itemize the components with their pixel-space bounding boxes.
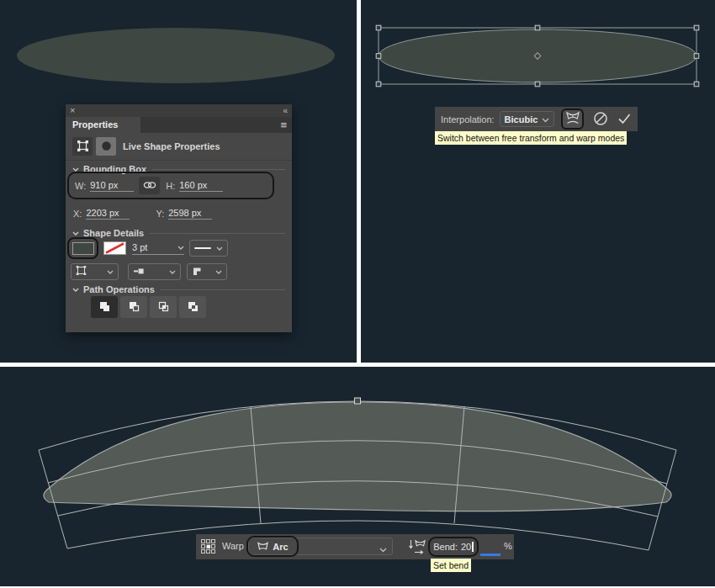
bend-field-focus-underline	[480, 554, 500, 556]
path-operations-row	[91, 296, 206, 318]
chevron-down-icon	[542, 114, 549, 124]
height-field[interactable]: 160 px	[179, 180, 223, 192]
toggle-warp-mode-button[interactable]	[561, 109, 584, 130]
transform-icon	[77, 140, 89, 154]
percent-label: %	[504, 541, 512, 551]
stroke-caps-dropdown[interactable]	[128, 263, 181, 280]
warp-orientation-button[interactable]	[408, 538, 427, 557]
exclude-overlapping-shapes-icon	[187, 300, 199, 315]
panel-menu-icon[interactable]: ≡	[280, 117, 287, 133]
intersect-shape-areas-button[interactable]	[150, 296, 177, 318]
panel-divider	[66, 160, 292, 161]
reference-point-locator[interactable]	[201, 539, 215, 555]
section-rule	[152, 169, 285, 170]
stroke-align-dropdown[interactable]	[71, 263, 119, 280]
reference-grid-icon	[201, 539, 215, 555]
text-cursor	[472, 542, 474, 552]
combine-shapes-icon	[98, 300, 111, 315]
exclude-overlapping-shapes-button[interactable]	[179, 296, 206, 318]
properties-panel: × « Properties ≡	[66, 104, 292, 332]
bend-label: Bend:	[433, 542, 458, 552]
x-label: X:	[73, 209, 82, 219]
warp-mode-icon	[564, 111, 582, 128]
chain-link-icon	[143, 180, 156, 192]
combine-shapes-button[interactable]	[91, 296, 118, 318]
y-field[interactable]: 2598 px	[168, 208, 212, 220]
stroke-style-dropdown[interactable]	[189, 240, 228, 257]
panel-header-title: Live Shape Properties	[123, 137, 220, 156]
x-field[interactable]: 2203 px	[86, 208, 130, 220]
chevron-down-icon	[72, 284, 79, 294]
interpolation-value: Bicubic	[505, 114, 538, 124]
width-label: W:	[75, 181, 86, 191]
chevron-down-icon	[107, 267, 114, 277]
stroke-align-icon	[76, 266, 87, 278]
height-label: H:	[166, 181, 175, 191]
vertical-divider	[357, 0, 361, 363]
stroke-color-swatch[interactable]	[103, 241, 126, 255]
stroke-width-field[interactable]: 3 pt	[132, 241, 184, 255]
warp-style-value: Arc	[273, 542, 288, 552]
panel-titlebar: × «	[66, 104, 292, 117]
commit-transform-button[interactable]	[617, 112, 632, 127]
warp-style-dropdown[interactable]: Arc	[248, 538, 393, 555]
collapse-icon[interactable]: «	[283, 104, 287, 117]
filled-circle-icon	[101, 140, 112, 153]
fill-color-swatch[interactable]	[72, 242, 94, 255]
warp-top-handle[interactable]	[355, 398, 361, 404]
section-shape-details[interactable]: Shape Details	[72, 227, 285, 239]
warp-mode-tooltip: Switch between free transform and warp m…	[435, 131, 627, 145]
bend-field[interactable]: Bend: 20	[428, 537, 479, 557]
chevron-down-icon	[215, 267, 222, 277]
section-label: Path Operations	[83, 284, 155, 294]
set-bend-tooltip: Set bend	[431, 559, 471, 572]
panel-tab-row: Properties ≡	[66, 117, 292, 133]
transform-properties-button[interactable]	[72, 137, 93, 156]
warp-orientation-icon	[408, 538, 427, 557]
width-field[interactable]: 910 px	[90, 180, 134, 192]
section-rule	[161, 289, 285, 290]
stroke-width-value: 3 pt	[132, 242, 147, 252]
solid-line-icon	[194, 247, 211, 249]
arc-warp-icon	[257, 541, 269, 553]
section-rule	[150, 233, 285, 234]
transform-options-bar: Interpolation: Bicubic	[435, 107, 638, 131]
subtract-front-shape-button[interactable]	[120, 296, 147, 318]
ellipse-shape-selected[interactable]	[379, 29, 696, 82]
chevron-down-icon	[379, 544, 387, 554]
no-stroke-slash-icon	[104, 246, 125, 256]
panel-body: Live Shape Properties Bounding Box W: 91…	[66, 133, 292, 332]
warp-options-bar: Warp Arc	[196, 534, 514, 559]
stroke-caps-icon	[133, 267, 144, 278]
link-dimensions-button[interactable]	[139, 177, 160, 194]
photoshop-tutorial-screenshot: × « Properties ≡	[0, 0, 715, 588]
close-icon[interactable]: ×	[70, 104, 75, 117]
chevron-down-icon	[216, 243, 223, 253]
ellipse-shape[interactable]	[17, 28, 335, 83]
chevron-down-icon	[177, 242, 184, 252]
stroke-corners-dropdown[interactable]	[187, 263, 227, 280]
shape-properties-button[interactable]	[96, 137, 116, 156]
interpolation-dropdown[interactable]: Bicubic	[500, 111, 555, 127]
warped-ellipse-shape[interactable]	[44, 402, 671, 511]
stroke-corners-icon	[192, 267, 202, 278]
warp-label: Warp	[222, 541, 244, 551]
cancel-transform-button[interactable]	[593, 111, 608, 128]
width-height-annotation-ring: W: 910 px H: 160 px	[67, 172, 274, 199]
section-path-operations[interactable]: Path Operations	[72, 283, 285, 295]
warp-style-annotation-ring: Arc	[246, 536, 299, 557]
fill-swatch-annotation-ring	[67, 237, 98, 259]
y-label: Y:	[156, 209, 164, 219]
tab-properties[interactable]: Properties	[66, 117, 140, 133]
bend-value: 20	[461, 542, 471, 552]
interpolation-label: Interpolation:	[441, 114, 495, 124]
chevron-down-icon	[169, 267, 176, 277]
transform-canvas	[363, 0, 715, 109]
checkmark-icon	[617, 112, 632, 127]
xy-row: X: 2203 px Y: 2598 px	[73, 208, 212, 220]
cancel-icon	[593, 111, 608, 128]
subtract-front-shape-icon	[128, 300, 140, 315]
intersect-shape-areas-icon	[157, 300, 170, 315]
